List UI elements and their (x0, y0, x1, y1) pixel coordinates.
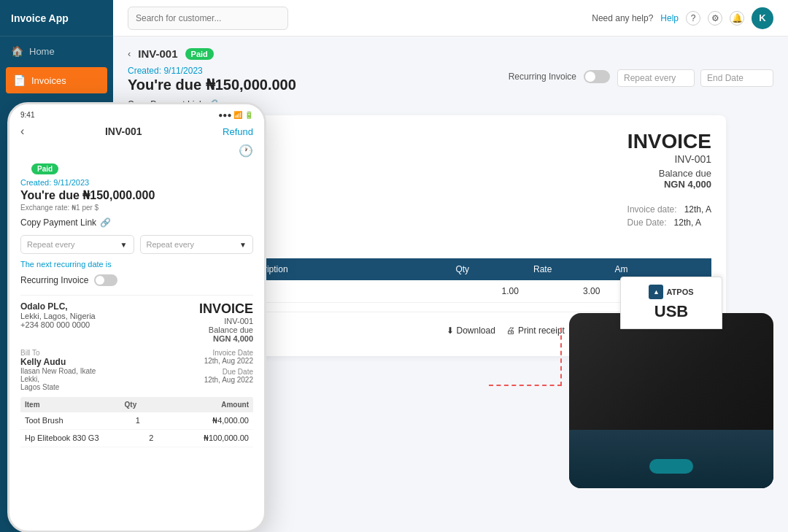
mobile-divider (20, 295, 253, 296)
item-qty-2: 2 (149, 433, 153, 443)
mobile-refund-button[interactable]: Refund (223, 126, 253, 137)
recurring-toggle[interactable] (584, 70, 610, 83)
mobile-content: Paid Created: 9/11/2023 You're due ₦150,… (9, 161, 264, 514)
col-amount-header: Amount (221, 401, 249, 409)
mobile-copy-payment[interactable]: Copy Payment Link 🔗 (20, 217, 253, 228)
mobile-back-button[interactable]: ‹ (20, 125, 24, 138)
recurring-section: Recurring Invoice Repeat every End Date (509, 66, 773, 87)
help-icon[interactable]: ? (686, 11, 700, 26)
col-item-header: Item (25, 401, 40, 409)
sidebar-invoices-label: Invoices (31, 75, 66, 86)
printer-brand: ATPOS (666, 288, 693, 296)
mobile-signal: ●●● 📶 🔋 (218, 111, 253, 119)
list-item: Hp Elitebook 830 G3 2 ₦100,000.00 (20, 430, 253, 447)
sidebar-item-home[interactable]: 🏠 Home (0, 36, 113, 66)
invoice-dates: Invoice date: 12th, A Due Date: 12th, A (627, 204, 711, 247)
mobile-exchange: Exchange rate: ₦1 per $ (20, 204, 253, 212)
mobile-invoice-title: INVOICE (199, 301, 253, 317)
printer-label: USB (628, 302, 714, 321)
download-icon: ⬇ (447, 325, 454, 336)
bell-icon[interactable]: 🔔 (730, 11, 744, 26)
mobile-company-name: Odalo PLC, (20, 301, 96, 312)
help-text: Need any help? (592, 13, 653, 23)
mobile-from: Odalo PLC, Lekki, Lagos, Nigeria +234 80… (20, 301, 96, 343)
mobile-title: INV-001 (105, 126, 142, 137)
sidebar-item-invoices[interactable]: 📄 Invoices (6, 67, 107, 93)
mobile-bill-to-label: Bill To (20, 349, 96, 357)
mobile-created: Created: 9/11/2023 (20, 178, 253, 187)
mobile-amount: You're due ₦150,000.000 (20, 188, 253, 202)
mobile-bill-addr3: Lagos State (20, 383, 96, 391)
receipt-paper: ▲ ATPOS USB (620, 277, 722, 329)
chevron-down-icon-2: ▼ (239, 241, 247, 249)
created-date: Created: 9/11/2023 (128, 66, 296, 76)
mobile-bill-to: Bill To Kelly Audu Ilasan New Road, Ikat… (20, 349, 96, 391)
invoice-date-row: Invoice date: 12th, A (627, 204, 711, 215)
print-icon: 🖨 (506, 325, 515, 336)
mobile-company-phone: +234 800 000 0000 (20, 320, 96, 329)
mobile-invoice-date-label: Invoice Date (204, 349, 253, 357)
invoice-meta: Created: 9/11/2023 You're due ₦150,000.0… (128, 66, 773, 93)
mobile-company-addr1: Lekki, Lagos, Nigeria (20, 312, 96, 320)
doc-inv-num: INV-001 (627, 153, 711, 165)
doc-title-section: INVOICE INV-001 Balance due NGN 4,000 (627, 130, 711, 190)
mobile-bill-name: Kelly Audu (20, 357, 96, 367)
mobile-paid-badge: Paid (31, 163, 58, 174)
download-link[interactable]: ⬇ Download (447, 325, 495, 336)
clock-icon: 🕐 (239, 144, 253, 158)
paid-badge: Paid (185, 48, 214, 60)
mobile-overlay: 9:41 ●●● 📶 🔋 ‹ INV-001 Refund 🕐 Paid Cre… (7, 102, 266, 532)
invoice-number: INV-001 (138, 47, 177, 60)
mobile-invoice-num: INV-001 (199, 317, 253, 325)
created-date-value: 9/11/2023 (163, 66, 202, 76)
mobile-invoice-date: 12th, Aug 2022 (204, 357, 253, 365)
mobile-status-bar: 9:41 ●●● 📶 🔋 (9, 104, 264, 125)
mobile-date-info: Invoice Date 12th, Aug 2022 Due Date 12t… (204, 349, 253, 391)
item-name-2: Hp Elitebook 830 G3 (25, 433, 99, 443)
mobile-time-row: 🕐 (9, 144, 264, 161)
mobile-doc-header: Odalo PLC, Lekki, Lagos, Nigeria +234 80… (20, 301, 253, 343)
invoices-icon: 📄 (13, 74, 26, 86)
item-amount-2: ₦100,000.00 (204, 433, 249, 443)
printer-button[interactable] (649, 459, 693, 474)
invoice-header: ‹ INV-001 Paid (128, 47, 773, 60)
mobile-link-icon: 🔗 (100, 217, 111, 228)
logo-text: Invoice App (11, 12, 69, 24)
back-button[interactable]: ‹ (128, 48, 131, 59)
repeat-inputs: Repeat every End Date (617, 69, 773, 87)
printer-front (569, 430, 773, 488)
printer: ▲ ATPOS USB (569, 262, 773, 488)
mobile-repeat-row: Repeat every ▼ Repeat every ▼ (20, 235, 253, 254)
printer-body (569, 313, 773, 488)
top-navbar: Need any help? Help ? ⚙ 🔔 K (113, 0, 788, 36)
mobile-bill-addr1: Ilasan New Road, Ikate (20, 367, 96, 375)
mobile-recurring-date: The next recurring date is (20, 260, 253, 269)
mobile-header: ‹ INV-001 Refund (9, 125, 264, 144)
toggle-knob (585, 72, 595, 82)
end-date-select[interactable]: End Date (700, 69, 773, 87)
chevron-down-icon: ▼ (120, 241, 128, 249)
search-input[interactable] (128, 7, 288, 30)
help-link[interactable]: Help (660, 13, 679, 23)
settings-icon[interactable]: ⚙ (708, 11, 722, 26)
sidebar-home-label: Home (29, 46, 55, 57)
item-qty-1: 1 (136, 416, 140, 425)
mobile-items-header: Item Qty Amount (20, 397, 253, 412)
row-qty: 1.00 (448, 280, 526, 303)
repeat-every-select[interactable]: Repeat every (617, 69, 695, 87)
print-link[interactable]: 🖨 Print receipt (506, 325, 565, 336)
mobile-recurring-row: Recurring Invoice (20, 274, 253, 286)
item-amount-1: ₦4,000.00 (212, 416, 249, 425)
item-name-1: Toot Brush (25, 416, 63, 425)
mobile-bill-section: Bill To Kelly Audu Ilasan New Road, Ikat… (20, 349, 253, 391)
mobile-recurring-label: Recurring Invoice (20, 275, 88, 285)
mobile-repeat-select-2[interactable]: Repeat every ▼ (140, 235, 254, 254)
doc-balance: Balance due NGN 4,000 (627, 168, 711, 190)
mobile-time: 9:41 (20, 111, 34, 119)
avatar[interactable]: K (752, 7, 773, 29)
sidebar-logo: Invoice App (0, 0, 113, 36)
mobile-bill-addr2: Lekki, (20, 375, 96, 383)
mobile-repeat-select-1[interactable]: Repeat every ▼ (20, 235, 134, 254)
recurring-invoice-label: Recurring Invoice (509, 72, 576, 82)
mobile-recurring-toggle[interactable] (94, 274, 117, 286)
